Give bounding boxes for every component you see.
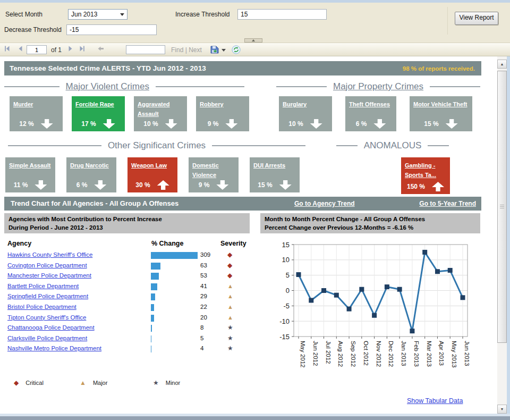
refresh-icon[interactable] bbox=[232, 45, 241, 54]
crime-tile-motor-vehicle-theft[interactable]: Motor Vehicle Theft15 % bbox=[410, 96, 472, 131]
crime-tile-aggravated-assault[interactable]: Aggravated Assault10 % bbox=[134, 96, 187, 131]
window-right-edge bbox=[507, 56, 510, 414]
crime-tile-gambling-sports-ta[interactable]: Gambling - Sports Ta...150 % bbox=[401, 157, 450, 194]
crime-tile-theft-offenses[interactable]: Theft Offenses6 % bbox=[345, 96, 396, 131]
find-text-input[interactable] bbox=[126, 45, 165, 54]
crime-tile-link[interactable]: Aggravated Assault bbox=[138, 101, 170, 117]
crime-tile-robbery[interactable]: Robbery9 % bbox=[196, 96, 249, 131]
go-to-agency-trend-link[interactable]: Go to Agency Trend bbox=[294, 200, 355, 207]
export-save-icon[interactable] bbox=[210, 45, 219, 54]
first-page-icon[interactable] bbox=[4, 46, 11, 52]
svg-text:10: 10 bbox=[282, 256, 290, 264]
crime-tile-link[interactable]: Motor Vehicle Theft bbox=[413, 101, 467, 107]
svg-text:Oct 2012: Oct 2012 bbox=[363, 341, 369, 366]
percent-change-bar bbox=[151, 283, 157, 290]
crime-tile-murder[interactable]: Murder12 % bbox=[10, 96, 63, 131]
increase-threshold-label: Increase Threshold bbox=[175, 11, 230, 18]
tile-percent-value: 17 % bbox=[81, 120, 96, 128]
section-heading-other-significant-crimes: Other Significant Crimes bbox=[8, 140, 305, 151]
find-link[interactable]: Find bbox=[171, 46, 183, 54]
view-report-button[interactable]: View Report bbox=[455, 12, 498, 25]
decrease-threshold-input[interactable] bbox=[66, 24, 157, 35]
heading-text: Major Violent Crimes bbox=[66, 81, 149, 92]
agency-link[interactable]: Clarksville Police Department bbox=[7, 335, 87, 341]
agency-link[interactable]: Bartlett Police Department bbox=[7, 283, 79, 289]
export-dropdown-caret-icon[interactable] bbox=[221, 48, 226, 52]
severity-major-icon: ▲ bbox=[227, 314, 233, 321]
percent-change-bar bbox=[151, 335, 151, 342]
agency-link[interactable]: Manchester Police Department bbox=[7, 272, 91, 279]
agency-link[interactable]: Bristol Police Department bbox=[7, 304, 76, 310]
crime-tile-link[interactable]: Robbery bbox=[200, 101, 224, 107]
tile-footer: 9 % bbox=[189, 180, 239, 190]
crime-tile-link[interactable]: Gambling - Sports Ta... bbox=[405, 162, 436, 178]
percent-change-bar bbox=[151, 346, 151, 352]
page-number-input[interactable] bbox=[27, 45, 47, 54]
crime-tile-link[interactable]: Weapon Law bbox=[131, 162, 167, 169]
agency-row-nashville-metro-police-department: Nashville Metro Police Department4★ bbox=[7, 344, 257, 355]
next-page-icon[interactable] bbox=[68, 46, 73, 52]
chevron-down-icon bbox=[120, 13, 124, 16]
agency-link[interactable]: Springfield Police Department bbox=[7, 293, 88, 299]
severity-minor-icon: ★ bbox=[227, 345, 233, 352]
crime-tile-link[interactable]: DUI Arrests bbox=[253, 162, 285, 169]
crime-tile-simple-assault[interactable]: Simple Assault11 % bbox=[5, 157, 55, 192]
heading-rule bbox=[276, 86, 327, 87]
increase-threshold-input[interactable] bbox=[237, 9, 327, 20]
crime-tile-drug-narcotic[interactable]: Drug Narcotic6 % bbox=[66, 157, 116, 192]
tile-percent-value: 12 % bbox=[19, 120, 33, 128]
percent-change-bar bbox=[151, 315, 154, 322]
tile-percent-value: 10 % bbox=[143, 120, 158, 128]
tile-percent-value: 11 % bbox=[14, 181, 28, 189]
last-page-icon[interactable] bbox=[79, 46, 85, 52]
go-to-5-year-trend-link[interactable]: Go to 5-Year Trend bbox=[419, 200, 476, 207]
parameter-splitter[interactable] bbox=[0, 36, 510, 43]
agency-row-hawkins-county-sheriff-s-office: Hawkins County Sheriff's Office309◆ bbox=[7, 250, 257, 261]
legend-item-major: ▲Major bbox=[80, 380, 107, 386]
tile-percent-value: 10 % bbox=[288, 120, 303, 128]
agency-row-covington-police-department: Covington Police Department63◆ bbox=[7, 261, 257, 272]
splitter-collapse-handle[interactable] bbox=[244, 38, 262, 43]
agency-link[interactable]: Chattanooga Police Department bbox=[7, 324, 95, 331]
percent-change-bar bbox=[151, 273, 159, 280]
tile-footer: 9 % bbox=[196, 119, 249, 129]
chart-panel-subtitle: Month to Month Percent Change - All Grou… bbox=[260, 213, 480, 233]
crime-tile-link[interactable]: Forcible Rape bbox=[75, 101, 114, 107]
agency-link[interactable]: Tipton County Sheriff's Office bbox=[7, 314, 86, 321]
crime-tile-link[interactable]: Burglary bbox=[283, 101, 307, 107]
crime-tile-forcible-rape[interactable]: Forcible Rape17 % bbox=[72, 96, 125, 131]
back-to-parent-icon[interactable] bbox=[98, 46, 104, 52]
scroll-up-button[interactable]: ▲ bbox=[497, 60, 507, 69]
select-month-dropdown[interactable]: Jun 2013 bbox=[68, 9, 128, 20]
scrollbar-thumb[interactable] bbox=[497, 71, 507, 343]
scroll-down-button[interactable]: ▼ bbox=[497, 405, 507, 414]
agency-link[interactable]: Hawkins County Sheriff's Office bbox=[7, 251, 92, 258]
legend-label: Critical bbox=[26, 380, 44, 386]
crime-tile-domestic-violence[interactable]: Domestic Violence9 % bbox=[189, 157, 239, 192]
next-link[interactable]: Next bbox=[189, 46, 202, 54]
panel-divider bbox=[447, 7, 448, 35]
down-arrow-icon bbox=[41, 119, 53, 129]
vertical-scrollbar[interactable]: ▲ ▼ bbox=[497, 56, 507, 414]
agency-link[interactable]: Nashville Metro Police Department bbox=[7, 345, 101, 351]
percent-change-value: 309 bbox=[200, 251, 210, 258]
svg-text:Jan 2013: Jan 2013 bbox=[401, 341, 407, 366]
report-viewer-window: Select Month Jun 2013 Increase Threshold… bbox=[0, 0, 510, 420]
down-arrow-icon bbox=[94, 180, 106, 190]
severity-major-icon: ▲ bbox=[227, 292, 233, 300]
agency-link[interactable]: Covington Police Department bbox=[7, 262, 87, 268]
crime-tile-link[interactable]: Drug Narcotic bbox=[70, 162, 109, 169]
crime-tile-link[interactable]: Simple Assault bbox=[9, 162, 50, 169]
crime-tile-link[interactable]: Theft Offenses bbox=[349, 101, 390, 107]
crime-tile-burglary[interactable]: Burglary10 % bbox=[279, 96, 332, 131]
percent-change-bar bbox=[151, 293, 155, 300]
agency-row-chattanooga-police-department: Chattanooga Police Department8★ bbox=[7, 323, 257, 334]
crime-tile-dui-arrests[interactable]: DUI Arrests15 % bbox=[250, 157, 300, 192]
show-tabular-data-link[interactable]: Show Tabular Data bbox=[407, 397, 463, 405]
previous-page-icon[interactable] bbox=[18, 46, 23, 52]
crime-tile-weapon-law[interactable]: Weapon Law30 % bbox=[128, 157, 177, 192]
crime-tile-link[interactable]: Domestic Violence bbox=[192, 162, 219, 178]
svg-text:Jun 2012: Jun 2012 bbox=[312, 341, 319, 366]
crime-tile-link[interactable]: Murder bbox=[13, 101, 33, 107]
legend-label: Major bbox=[93, 380, 108, 386]
